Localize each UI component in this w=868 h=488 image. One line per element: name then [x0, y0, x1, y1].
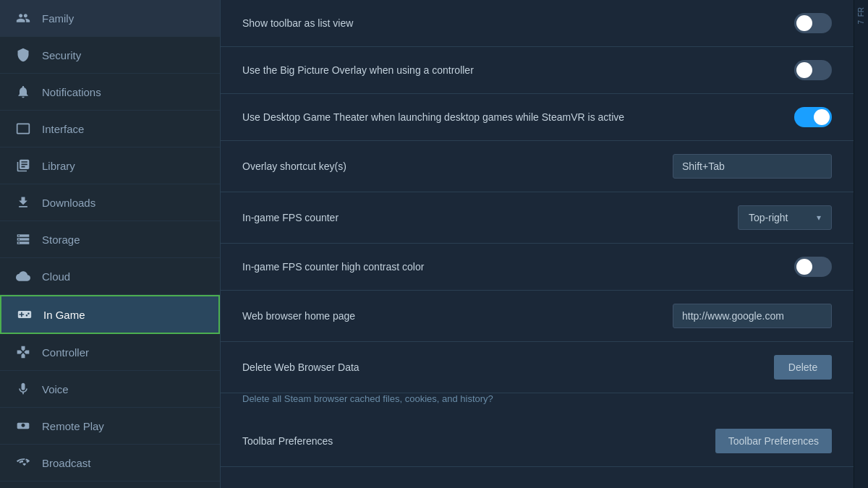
settings-list: Show toolbar as list view Use the Big Pi…: [221, 0, 854, 488]
chevron-down-icon: ▾: [817, 213, 821, 223]
sidebar-item-voice[interactable]: Voice: [0, 371, 220, 408]
edge-text-1: FR: [857, 7, 865, 17]
input-overlay-shortcut[interactable]: [673, 154, 832, 179]
remoteplay-icon: [14, 417, 32, 435]
storage-icon: [14, 231, 32, 248]
dropdown-fps-counter[interactable]: Top-right ▾: [738, 205, 832, 230]
setting-label-fps-high-contrast: In-game FPS counter high contrast color: [242, 261, 794, 273]
toggle-toolbar-list-view[interactable]: [794, 13, 832, 33]
sidebar-label-controller: Controller: [42, 346, 89, 359]
setting-label-fps-counter: In-game FPS counter: [242, 212, 738, 223]
setting-label-big-picture: Use the Big Picture Overlay when using a…: [242, 64, 794, 76]
toolbar-preferences-button[interactable]: Toolbar Preferences: [715, 429, 832, 453]
notifications-icon: [14, 83, 32, 100]
family-icon: [14, 9, 32, 27]
setting-row-overlay-shortcut: Overlay shortcut key(s): [221, 141, 854, 192]
setting-label-delete-web-data: Delete Web Browser Data: [242, 361, 774, 373]
sidebar-item-family[interactable]: Family: [0, 0, 220, 37]
delete-web-data-description: Delete all Steam browser cached files, c…: [221, 393, 854, 416]
sidebar: Family Security Notifications Interface …: [0, 0, 221, 488]
main-content: Show toolbar as list view Use the Big Pi…: [221, 0, 854, 488]
sidebar-label-broadcast: Broadcast: [42, 457, 91, 469]
sidebar-label-in-game: In Game: [43, 309, 85, 321]
setting-row-fps-high-contrast: In-game FPS counter high contrast color: [221, 244, 854, 291]
sidebar-label-notifications: Notifications: [42, 86, 101, 98]
controller-icon: [14, 343, 32, 361]
setting-label-toolbar-list-view: Show toolbar as list view: [242, 17, 794, 29]
interface-icon: [14, 120, 32, 137]
sidebar-item-controller[interactable]: Controller: [0, 334, 220, 371]
sidebar-label-library: Library: [42, 160, 75, 172]
library-icon: [14, 157, 32, 174]
security-icon: [14, 46, 32, 64]
sidebar-label-interface: Interface: [42, 123, 84, 135]
sidebar-item-remote-play[interactable]: Remote Play: [0, 408, 220, 445]
setting-row-big-picture: Use the Big Picture Overlay when using a…: [221, 47, 854, 94]
sidebar-label-storage: Storage: [42, 234, 80, 246]
setting-row-web-home: Web browser home page: [221, 291, 854, 342]
voice-icon: [14, 380, 32, 398]
cloud-icon: [14, 267, 32, 285]
setting-label-toolbar-preferences: Toolbar Preferences: [242, 435, 715, 447]
sidebar-label-downloads: Downloads: [42, 197, 95, 209]
sidebar-item-downloads[interactable]: Downloads: [0, 184, 220, 221]
sidebar-item-security[interactable]: Security: [0, 37, 220, 74]
sidebar-item-broadcast[interactable]: Broadcast: [0, 445, 220, 481]
sidebar-item-in-game[interactable]: In Game: [0, 295, 220, 334]
setting-label-web-home: Web browser home page: [242, 310, 673, 322]
toggle-desktop-theater[interactable]: [794, 107, 832, 127]
sidebar-label-cloud: Cloud: [42, 270, 70, 283]
broadcast-icon: [14, 454, 32, 471]
sidebar-item-library[interactable]: Library: [0, 147, 220, 184]
sidebar-item-storage[interactable]: Storage: [0, 221, 220, 258]
edge-text-2: 7: [857, 20, 865, 25]
sidebar-label-voice: Voice: [42, 383, 69, 395]
sidebar-label-family: Family: [42, 12, 74, 25]
sidebar-item-notifications[interactable]: Notifications: [0, 74, 220, 111]
sidebar-label-remote-play: Remote Play: [42, 420, 104, 432]
setting-row-delete-web-data: Delete Web Browser Data Delete: [221, 342, 854, 393]
setting-row-fps-counter: In-game FPS counter Top-right ▾: [221, 192, 854, 244]
sidebar-item-interface[interactable]: Interface: [0, 111, 220, 147]
sidebar-label-security: Security: [42, 49, 81, 61]
toggle-big-picture[interactable]: [794, 60, 832, 80]
delete-web-data-button[interactable]: Delete: [774, 355, 832, 380]
input-web-home[interactable]: [673, 304, 832, 328]
ingame-icon: [16, 306, 33, 323]
setting-row-toolbar-preferences: Toolbar Preferences Toolbar Preferences: [221, 416, 854, 467]
setting-row-toolbar-list-view: Show toolbar as list view: [221, 0, 854, 47]
setting-label-desktop-theater: Use Desktop Game Theater when launching …: [242, 111, 794, 123]
dropdown-fps-value: Top-right: [749, 212, 788, 223]
setting-row-desktop-theater: Use Desktop Game Theater when launching …: [221, 94, 854, 141]
toggle-fps-high-contrast[interactable]: [794, 257, 832, 277]
sidebar-item-cloud[interactable]: Cloud: [0, 258, 220, 295]
right-edge: FR 7: [854, 0, 868, 488]
downloads-icon: [14, 194, 32, 211]
setting-label-overlay-shortcut: Overlay shortcut key(s): [242, 160, 673, 172]
